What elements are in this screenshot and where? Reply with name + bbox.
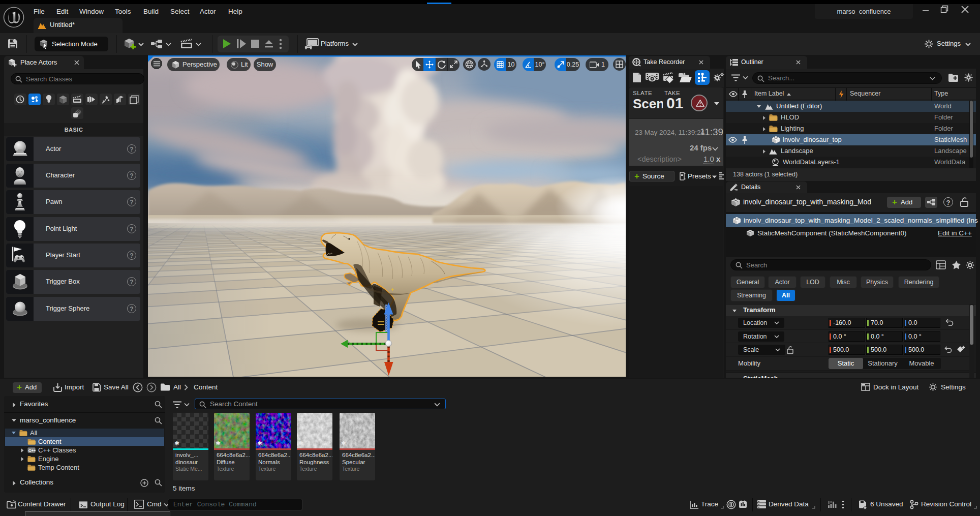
- svg-text:C++: C++: [28, 448, 36, 453]
